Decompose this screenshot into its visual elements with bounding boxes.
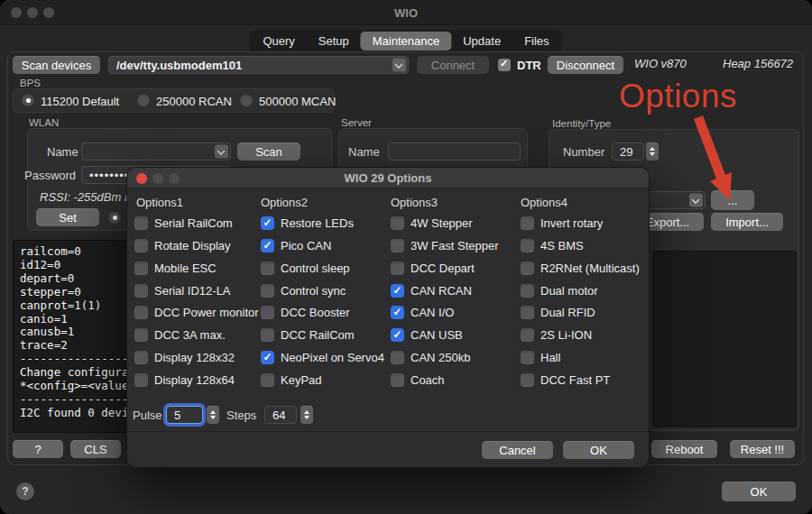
option-checkbox[interactable] bbox=[134, 284, 148, 298]
option-row[interactable]: Pico CAN bbox=[261, 239, 331, 252]
option-row[interactable]: Display 128x64 bbox=[134, 373, 235, 387]
chevron-down-icon[interactable] bbox=[392, 59, 406, 72]
option-checkbox[interactable] bbox=[261, 262, 274, 275]
option-row[interactable]: CAN 250kb bbox=[391, 351, 470, 364]
option-row[interactable]: DCC RailCom bbox=[261, 328, 355, 342]
option-row[interactable]: DCC Fast PT bbox=[521, 373, 610, 387]
option-checkbox[interactable] bbox=[521, 216, 534, 230]
option-row[interactable]: CAN I/O bbox=[391, 306, 454, 319]
option-row[interactable]: NeoPixel on Servo4 bbox=[261, 351, 384, 364]
option-checkbox[interactable] bbox=[521, 239, 534, 252]
option-row[interactable]: Dual motor bbox=[521, 284, 598, 298]
option-checkbox[interactable] bbox=[391, 328, 404, 342]
option-row[interactable]: Control sync bbox=[261, 284, 346, 298]
option-checkbox[interactable] bbox=[261, 306, 274, 319]
main-ok-button[interactable]: OK bbox=[722, 482, 796, 501]
wlan-name-dropdown[interactable] bbox=[81, 142, 231, 161]
tab-query[interactable]: Query bbox=[251, 32, 306, 50]
bps-500000-radio[interactable] bbox=[240, 94, 253, 106]
wlan-radio[interactable] bbox=[108, 211, 121, 224]
option-row[interactable]: DCC Power monitor bbox=[134, 306, 259, 319]
option-checkbox[interactable] bbox=[261, 239, 274, 252]
option-row[interactable]: KeyPad bbox=[261, 373, 322, 387]
option-row[interactable]: 3W Fast Stepper bbox=[391, 239, 499, 252]
reboot-button[interactable]: Reboot bbox=[651, 440, 717, 458]
option-row[interactable]: Control sleep bbox=[261, 262, 350, 275]
wlan-scan-button[interactable]: Scan bbox=[237, 142, 300, 161]
option-row[interactable]: DCC Depart bbox=[391, 262, 475, 275]
option-checkbox[interactable] bbox=[134, 262, 148, 275]
option-checkbox[interactable] bbox=[521, 306, 534, 319]
serial-port-dropdown[interactable]: /dev/tty.usbmodem101 bbox=[108, 56, 409, 74]
option-checkbox[interactable] bbox=[521, 284, 534, 298]
option-checkbox[interactable] bbox=[134, 306, 148, 319]
option-checkbox[interactable] bbox=[521, 328, 534, 342]
help-circle-icon[interactable]: ? bbox=[16, 482, 34, 500]
option-checkbox[interactable] bbox=[134, 351, 148, 364]
option-checkbox[interactable] bbox=[134, 216, 148, 230]
option-checkbox[interactable] bbox=[261, 328, 274, 342]
server-name-field[interactable] bbox=[388, 142, 521, 161]
option-checkbox[interactable] bbox=[261, 216, 274, 230]
option-row[interactable]: Mobile ESC bbox=[134, 262, 217, 275]
option-row[interactable]: DCC Booster bbox=[261, 306, 350, 319]
option-row[interactable]: Invert rotary bbox=[521, 216, 603, 230]
option-row[interactable]: R2RNet (Multicast) bbox=[521, 262, 640, 275]
option-row[interactable]: Coach bbox=[391, 373, 445, 387]
cls-button[interactable]: CLS bbox=[70, 440, 121, 458]
option-checkbox[interactable] bbox=[134, 373, 148, 387]
tab-setup[interactable]: Setup bbox=[307, 32, 361, 50]
tab-maintenance[interactable]: Maintenance bbox=[361, 32, 451, 50]
option-checkbox[interactable] bbox=[261, 284, 274, 298]
option-checkbox[interactable] bbox=[134, 328, 148, 342]
option-checkbox[interactable] bbox=[521, 373, 534, 387]
reset-button[interactable]: Reset !!! bbox=[730, 440, 795, 458]
option-row[interactable]: Rotate Display bbox=[134, 239, 231, 252]
dialog-ok-button[interactable]: OK bbox=[563, 441, 634, 459]
wlan-set-button[interactable]: Set bbox=[36, 208, 99, 226]
option-checkbox[interactable] bbox=[391, 306, 404, 319]
option-checkbox[interactable] bbox=[391, 262, 404, 275]
option-row[interactable]: Restore LEDs bbox=[261, 216, 354, 230]
steps-stepper[interactable] bbox=[300, 406, 313, 424]
tab-update[interactable]: Update bbox=[451, 32, 512, 50]
option-checkbox[interactable] bbox=[391, 373, 404, 387]
identity-number-field[interactable]: 29 bbox=[612, 142, 644, 161]
option-checkbox[interactable] bbox=[521, 262, 534, 275]
option-row[interactable]: CAN USB bbox=[391, 328, 463, 342]
chevron-down-icon[interactable] bbox=[215, 145, 228, 159]
option-row[interactable]: Hall bbox=[521, 351, 560, 364]
bps-115200-radio[interactable] bbox=[22, 94, 34, 106]
option-checkbox[interactable] bbox=[134, 239, 148, 252]
dialog-titlebar[interactable]: WIO 29 Options bbox=[127, 168, 649, 188]
steps-field[interactable]: 64 bbox=[264, 406, 297, 424]
tab-files[interactable]: Files bbox=[512, 32, 560, 50]
option-checkbox[interactable] bbox=[391, 351, 404, 364]
dialog-cancel-button[interactable]: Cancel bbox=[482, 441, 553, 459]
option-checkbox[interactable] bbox=[521, 351, 534, 364]
pulse-field[interactable]: 5 bbox=[166, 406, 203, 424]
option-checkbox[interactable] bbox=[391, 239, 404, 252]
option-checkbox[interactable] bbox=[261, 373, 274, 387]
bps-250000-radio[interactable] bbox=[137, 94, 150, 106]
import-button[interactable]: Import... bbox=[711, 213, 783, 231]
option-row[interactable]: Serial ID12-LA bbox=[134, 284, 231, 298]
identity-number-stepper[interactable] bbox=[646, 142, 659, 161]
identity-list-panel[interactable] bbox=[652, 251, 797, 427]
pulse-stepper[interactable] bbox=[207, 406, 219, 424]
option-row[interactable]: DCC 3A max. bbox=[134, 328, 226, 342]
dtr-checkbox[interactable] bbox=[498, 59, 511, 71]
option-row[interactable]: Dual RFID bbox=[521, 306, 595, 319]
scan-devices-button[interactable]: Scan devices bbox=[13, 56, 100, 74]
option-row[interactable]: 4S BMS bbox=[521, 239, 584, 252]
chevron-down-icon[interactable] bbox=[689, 194, 703, 207]
option-row[interactable]: Serial RailCom bbox=[134, 216, 233, 230]
option-row[interactable]: CAN RCAN bbox=[391, 284, 472, 298]
disconnect-button[interactable]: Disconnect bbox=[548, 56, 623, 74]
option-row[interactable]: 2S Li-ION bbox=[521, 328, 592, 342]
option-checkbox[interactable] bbox=[391, 216, 404, 230]
option-checkbox[interactable] bbox=[261, 351, 274, 364]
options-more-button[interactable]: ... bbox=[711, 190, 754, 210]
option-checkbox[interactable] bbox=[391, 284, 404, 298]
help-button[interactable]: ? bbox=[13, 440, 63, 458]
